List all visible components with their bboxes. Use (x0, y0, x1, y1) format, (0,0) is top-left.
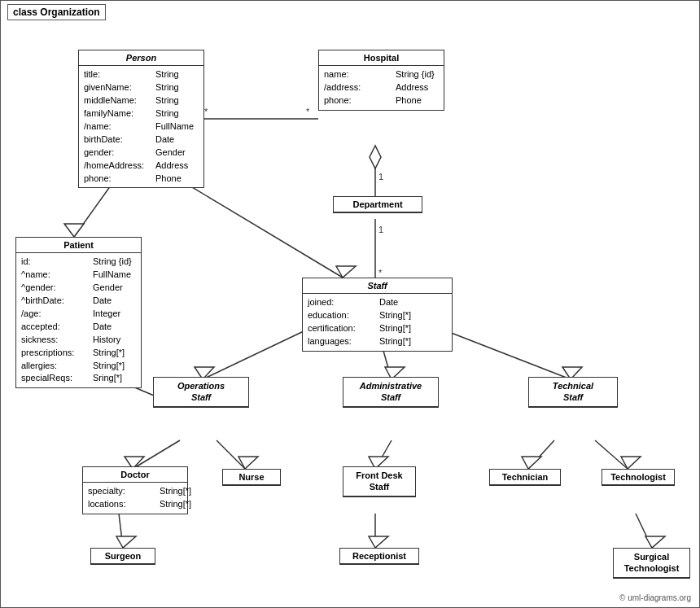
nurse-class: Nurse (222, 469, 281, 486)
svg-line-23 (133, 440, 180, 469)
svg-line-31 (595, 440, 628, 469)
doctor-title: Doctor (83, 467, 187, 483)
svg-line-37 (636, 514, 652, 548)
svg-marker-13 (336, 266, 356, 278)
receptionist-title: Receptionist (340, 549, 418, 564)
operations-staff-title: Operations Staff (154, 378, 248, 407)
surgeon-title: Surgeon (91, 549, 155, 564)
technical-staff-class: Technical Staff (528, 377, 618, 408)
diagram-title: class Organization (7, 4, 106, 20)
svg-text:1: 1 (378, 225, 383, 234)
person-class: Person title:String givenName:String mid… (78, 50, 204, 188)
staff-title: Staff (303, 278, 452, 294)
svg-text:*: * (378, 268, 383, 278)
person-attrs: title:String givenName:String middleName… (79, 66, 203, 187)
technician-class: Technician (489, 469, 561, 486)
svg-marker-30 (522, 457, 541, 469)
patient-class: Patient id:String {id} ^name:FullName ^g… (15, 237, 142, 388)
svg-marker-32 (621, 457, 641, 469)
technical-staff-title: Technical Staff (529, 378, 617, 407)
surgeon-class: Surgeon (90, 548, 155, 565)
svg-line-29 (528, 440, 554, 469)
svg-marker-38 (645, 536, 665, 548)
svg-text:*: * (306, 107, 310, 116)
svg-line-33 (119, 514, 123, 548)
svg-line-25 (217, 440, 245, 469)
hospital-attrs: name:String {id} /address:Address phone:… (319, 66, 444, 110)
patient-attrs: id:String {id} ^name:FullName ^gender:Ge… (16, 253, 141, 387)
doctor-class: Doctor specialty:String[*] locations:Str… (82, 466, 188, 514)
svg-marker-34 (116, 536, 136, 548)
technologist-title: Technologist (602, 470, 674, 485)
technician-title: Technician (490, 470, 560, 485)
svg-line-27 (375, 440, 392, 469)
copyright: © uml-diagrams.org (619, 593, 691, 602)
surgical-technologist-class: Surgical Technologist (613, 548, 690, 579)
front-desk-staff-class: Front Desk Staff (343, 466, 416, 497)
staff-attrs: joined:Date education:String[*] certific… (303, 294, 452, 351)
surgical-technologist-title: Surgical Technologist (614, 549, 689, 578)
svg-marker-11 (64, 224, 84, 237)
hospital-class: Hospital name:String {id} /address:Addre… (318, 50, 444, 111)
diagram-container: class Organization * * 1 * 1 * * * (0, 0, 700, 608)
svg-marker-4 (370, 146, 381, 168)
svg-marker-26 (238, 457, 258, 469)
administrative-staff-class: Administrative Staff (343, 377, 439, 408)
svg-line-10 (74, 180, 115, 237)
staff-class: Staff joined:Date education:String[*] ce… (302, 278, 453, 352)
technologist-class: Technologist (602, 469, 675, 486)
svg-marker-36 (369, 536, 388, 548)
person-title: Person (79, 50, 203, 66)
administrative-staff-title: Administrative Staff (343, 378, 438, 407)
doctor-attrs: specialty:String[*] locations:String[*] (83, 483, 187, 514)
svg-text:1: 1 (378, 172, 383, 182)
patient-title: Patient (16, 238, 141, 253)
department-title: Department (334, 197, 422, 212)
operations-staff-class: Operations Staff (153, 377, 249, 408)
svg-line-12 (180, 180, 343, 278)
front-desk-staff-title: Front Desk Staff (343, 467, 415, 496)
receptionist-class: Receptionist (339, 548, 419, 565)
nurse-title: Nurse (223, 470, 280, 485)
svg-text:*: * (204, 107, 208, 116)
department-class: Department (333, 196, 422, 213)
hospital-title: Hospital (319, 50, 444, 66)
